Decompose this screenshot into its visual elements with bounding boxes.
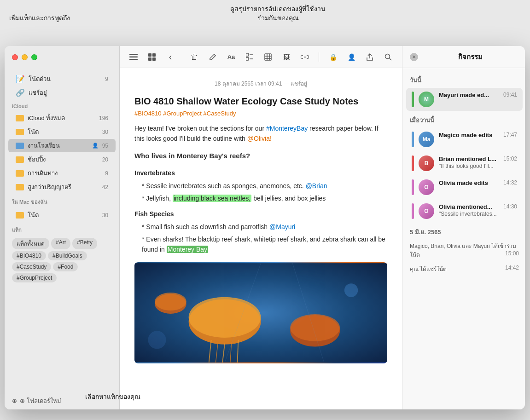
tag-chip-betty[interactable]: #Betty bbox=[72, 238, 97, 249]
sidebar-item-icloud-notes-count: 30 bbox=[102, 129, 108, 135]
activity-desc-olivia-mentioned: "Sessile invertebrates... bbox=[439, 211, 499, 217]
lock-button[interactable]: 🔒 bbox=[326, 51, 339, 63]
maximize-window-button[interactable] bbox=[31, 54, 37, 60]
older-item-2-text: คุณ ได้แชร์โน้ต bbox=[410, 266, 447, 272]
search-button[interactable] bbox=[382, 51, 395, 63]
older-item-1-text: Magico, Brian, Olivia และ Mayuri ได้เข้า… bbox=[410, 243, 516, 258]
activity-text-mayuri: Mayuri made ed... bbox=[439, 92, 499, 98]
tag-chip-casestudy[interactable]: #CaseStudy bbox=[12, 262, 51, 271]
link-button[interactable] bbox=[298, 51, 311, 63]
activity-text-magico: Magico made edits bbox=[439, 132, 499, 138]
tag-chip-buildgoals[interactable]: #BuildGoals bbox=[48, 251, 87, 260]
checklist-button[interactable] bbox=[243, 51, 256, 63]
svg-rect-4 bbox=[152, 53, 156, 57]
activity-today-label: วันนี้ bbox=[402, 72, 525, 87]
svg-point-20 bbox=[189, 297, 261, 337]
note-hashtags[interactable]: #BIO4810 #GroupProject #CaseStudy bbox=[134, 110, 387, 117]
sidebar-content: 📝 โน้ตด่วน 9 🔗 แชร์อยู่ iCloud iCloud ทั… bbox=[5, 68, 119, 392]
minimize-window-button[interactable] bbox=[22, 54, 28, 60]
close-activity-button[interactable]: ✕ bbox=[410, 53, 418, 61]
media-button[interactable]: 🖼 bbox=[280, 51, 293, 63]
tags-section-title: แท็ก bbox=[12, 226, 112, 234]
annotation-top-left: เพิ่มแท็กและการพูดถึง bbox=[9, 14, 70, 23]
activity-older-item-1[interactable]: Magico, Brian, Olivia และ Mayuri ได้เข้า… bbox=[402, 239, 525, 262]
list-view-button[interactable] bbox=[127, 51, 140, 63]
activity-name-brian: Brian mentioned L... bbox=[439, 155, 499, 162]
table-button[interactable] bbox=[262, 51, 274, 63]
tag-chip-art[interactable]: #Art bbox=[51, 238, 70, 249]
sidebar-item-mac-notes-label: โน้ต bbox=[28, 210, 99, 220]
note-image-jellyfish bbox=[134, 262, 387, 363]
indicator-olivia-mentioned bbox=[412, 203, 414, 219]
avatar-olivia-2: O bbox=[419, 203, 434, 219]
folder-icon-graduate bbox=[16, 184, 24, 190]
font-button[interactable]: Aa bbox=[225, 51, 238, 63]
activity-older-item-2[interactable]: คุณ ได้แชร์โน้ต 14:42 bbox=[402, 262, 525, 276]
mention-brian[interactable]: @Brian bbox=[306, 182, 327, 190]
activity-item-brian[interactable]: B Brian mentioned L... "If this looks go… bbox=[406, 152, 523, 175]
activity-item-mayuri[interactable]: M Mayuri made ed... 09:41 bbox=[406, 88, 523, 111]
activity-time-olivia-edits: 14:32 bbox=[503, 179, 517, 186]
sidebar-item-mac-notes-count: 30 bbox=[102, 212, 108, 219]
activity-text-brian: Brian mentioned L... "If this looks good… bbox=[439, 155, 499, 169]
subsection-invertebrates: Invertebrates bbox=[134, 168, 387, 178]
hashtag-montereybay[interactable]: #MontereyBay bbox=[266, 125, 308, 132]
activity-name-olivia-mentioned: Olivia mentioned... bbox=[439, 203, 499, 210]
edit-button[interactable] bbox=[206, 51, 219, 63]
sidebar-item-icloud-all[interactable]: iCloud ทั้งหมด 196 bbox=[8, 111, 116, 125]
mention-mayuri[interactable]: @Mayuri bbox=[269, 223, 295, 230]
collab-button[interactable]: 👤 bbox=[345, 51, 358, 63]
annotation-bottom: เลือกหาแท็กของคุณ bbox=[85, 392, 140, 402]
grid-view-button[interactable] bbox=[146, 51, 158, 63]
tag-chips: แท็กทั้งหมด #Art #Betty #BIO4810 #BuildG… bbox=[12, 238, 112, 282]
sidebar-item-mac-notes[interactable]: โน้ต 30 bbox=[8, 208, 116, 222]
sidebar-item-travel[interactable]: การเดินทาง 9 bbox=[8, 167, 116, 180]
activity-name-magico: Magico made edits bbox=[439, 132, 499, 138]
note-body: Hey team! I've broken out the sections f… bbox=[134, 123, 387, 255]
folder-icon-icloud-all bbox=[16, 115, 24, 121]
note-area: 18 ตุลาคม 2565 เวลา 09:41 — แชร์อยู่ BIO… bbox=[120, 68, 402, 409]
activity-panel-title: กิจกรรม bbox=[422, 52, 519, 63]
share-button[interactable] bbox=[363, 51, 376, 63]
sidebar-item-school[interactable]: งานโรงเรียน 👤 95 bbox=[8, 139, 116, 152]
back-button[interactable]: ‹ bbox=[164, 51, 177, 63]
activity-yesterday-label: เมื่อวานนี้ bbox=[402, 112, 525, 127]
activity-name-mayuri: Mayuri made ed... bbox=[439, 92, 499, 98]
sidebar-item-icloud-all-label: iCloud ทั้งหมด bbox=[28, 113, 95, 123]
avatar-mayuri: M bbox=[419, 92, 434, 107]
note-intro: Hey team! I've broken out the sections f… bbox=[134, 123, 387, 144]
close-window-button[interactable] bbox=[12, 54, 18, 60]
sidebar-item-icloud-notes[interactable]: โน้ต 30 bbox=[8, 125, 116, 138]
avatar-olivia: O bbox=[419, 179, 434, 195]
tag-chip-food[interactable]: #Food bbox=[53, 262, 78, 271]
tag-chip-groupproject[interactable]: #GroupProject bbox=[12, 273, 57, 282]
sidebar-item-graduate[interactable]: สูงกว่าปริญญาตรี 42 bbox=[8, 180, 116, 194]
indicator-mayuri bbox=[412, 92, 414, 107]
sidebar-item-quick-notes[interactable]: 📝 โน้ตด่วน 9 bbox=[8, 72, 116, 86]
mention-olivia[interactable]: @Olivia! bbox=[247, 135, 272, 142]
activity-item-magico[interactable]: Ma Magico made edits 17:47 bbox=[406, 128, 523, 151]
sidebar-item-icloud-notes-label: โน้ต bbox=[28, 127, 99, 137]
subsection-fish: Fish Species bbox=[134, 209, 387, 219]
sidebar-item-shared[interactable]: 🔗 แชร์อยู่ bbox=[8, 86, 116, 99]
tag-chip-all[interactable]: แท็กทั้งหมด bbox=[12, 238, 49, 249]
delete-button[interactable]: 🗑 bbox=[188, 51, 201, 63]
toolbar-divider bbox=[319, 52, 319, 62]
sidebar-item-icloud-all-count: 196 bbox=[99, 115, 108, 121]
activity-item-olivia-mentioned[interactable]: O Olivia mentioned... "Sessile invertebr… bbox=[406, 200, 523, 223]
fish-item-2: * Even sharks! The blacktip reef shark, … bbox=[134, 234, 387, 255]
svg-rect-1 bbox=[129, 56, 138, 58]
note-meta: 18 ตุลาคม 2565 เวลา 09:41 — แชร์อยู่ bbox=[134, 79, 387, 88]
activity-name-olivia-edits: Olivia made edits bbox=[439, 179, 499, 186]
sidebar-section-mac: ใน Mac ของฉัน bbox=[5, 194, 119, 208]
new-folder-label: ⊕ โฟลเดอร์ใหม่ bbox=[20, 396, 61, 406]
sidebar-item-shopping[interactable]: ช้อปปิ้ง 20 bbox=[8, 153, 116, 166]
indicator-brian bbox=[412, 155, 414, 171]
activity-panel: ✕ กิจกรรม วันนี้ M Mayuri made ed... 09:… bbox=[402, 46, 525, 409]
folder-icon-icloud-notes bbox=[16, 129, 24, 135]
tag-chip-bio4810[interactable]: #BIO4810 bbox=[12, 251, 46, 260]
note-title[interactable]: BIO 4810 Shallow Water Ecology Case Stud… bbox=[134, 95, 387, 107]
svg-rect-0 bbox=[129, 54, 138, 55]
annotation-top-center: ดูสรุปรายการอัปเดตของผู้ที่ใช้งาน ร่วมกั… bbox=[230, 5, 326, 23]
activity-item-olivia-edits[interactable]: O Olivia made edits 14:32 bbox=[406, 176, 523, 199]
